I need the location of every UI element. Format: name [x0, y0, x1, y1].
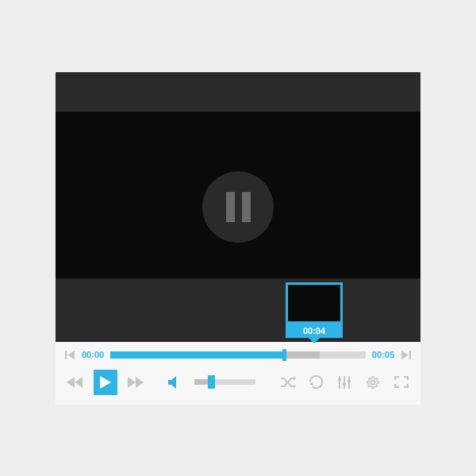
preview-time-label: 00:04 [286, 324, 343, 338]
svg-marker-1 [67, 351, 75, 359]
settings-button[interactable] [363, 372, 383, 393]
progress-bar[interactable] [110, 351, 366, 359]
seek-preview: 00:04 [286, 282, 343, 344]
shuffle-icon [280, 376, 296, 389]
fullscreen-icon [394, 376, 409, 388]
svg-marker-8 [136, 377, 144, 388]
next-track-button[interactable] [401, 350, 411, 360]
shuffle-button[interactable] [278, 372, 298, 393]
forward-button[interactable] [126, 372, 146, 393]
play-icon [100, 376, 111, 389]
svg-marker-7 [128, 377, 136, 388]
video-viewport[interactable]: 00:04 [56, 72, 420, 342]
button-row [65, 370, 411, 395]
svg-marker-2 [401, 351, 409, 359]
previous-track-button[interactable] [65, 350, 75, 360]
volume-button[interactable] [166, 372, 186, 393]
svg-marker-12 [294, 384, 296, 389]
media-player: 00:04 00:00 00:05 [56, 72, 420, 405]
svg-rect-19 [347, 380, 351, 382]
next-track-icon [401, 350, 411, 360]
progress-row: 00:00 00:05 [65, 350, 411, 360]
pause-icon [226, 192, 251, 222]
previous-track-icon [65, 350, 75, 360]
volume-slider[interactable] [194, 379, 256, 385]
progress-fill [110, 351, 284, 359]
svg-marker-6 [100, 376, 111, 389]
svg-marker-10 [171, 376, 176, 389]
svg-rect-17 [338, 378, 341, 381]
play-button[interactable] [94, 370, 117, 395]
equalizer-button[interactable] [335, 372, 355, 393]
forward-icon [128, 377, 144, 388]
svg-rect-18 [343, 383, 346, 386]
fullscreen-button[interactable] [391, 372, 411, 393]
svg-marker-11 [294, 376, 296, 381]
svg-marker-4 [67, 377, 75, 388]
settings-icon [366, 375, 380, 390]
svg-rect-3 [409, 351, 411, 359]
svg-marker-5 [75, 377, 83, 388]
svg-marker-13 [309, 382, 313, 386]
svg-rect-9 [168, 380, 171, 385]
controls-panel: 00:00 00:05 [56, 342, 420, 405]
current-time-label: 00:00 [82, 350, 104, 359]
preview-pointer-icon [309, 338, 320, 344]
volume-handle[interactable] [208, 375, 215, 389]
rewind-button[interactable] [65, 372, 85, 393]
equalizer-icon [337, 376, 351, 389]
total-time-label: 00:05 [372, 350, 394, 359]
rewind-icon [67, 377, 83, 388]
svg-rect-0 [65, 351, 67, 359]
progress-handle[interactable] [282, 349, 286, 361]
repeat-button[interactable] [306, 372, 326, 393]
repeat-icon [309, 374, 324, 390]
volume-icon [168, 376, 182, 389]
preview-thumbnail [286, 282, 343, 324]
center-pause-button[interactable] [202, 171, 274, 243]
